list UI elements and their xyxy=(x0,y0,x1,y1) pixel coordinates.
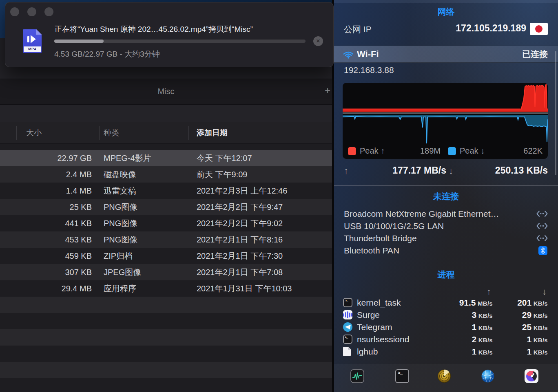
panel-app-dock: >_ xyxy=(334,364,558,392)
adapter-row[interactable]: Broadcom NetXtreme Gigabit Ethernet… xyxy=(334,208,558,220)
column-header-date-added[interactable]: 添加日期 xyxy=(197,122,228,143)
terminal-app-icon: >_ xyxy=(343,298,352,307)
network-traffic-graph: Peak ↑ 189M Peak ↓ 622K xyxy=(343,83,548,159)
public-ip-value: 172.105.219.189 xyxy=(456,23,526,34)
file-kind: ZIP归档 xyxy=(104,248,133,264)
file-size: 22.97 GB xyxy=(0,150,92,166)
file-size: 453 KB xyxy=(0,231,92,248)
section-divider xyxy=(334,185,558,186)
section-title-network: 网络 xyxy=(334,6,558,18)
wifi-row[interactable]: Wi-Fi 已连接 xyxy=(334,46,558,63)
local-ip-value: 192.168.3.88 xyxy=(344,65,394,75)
titlebar-divider xyxy=(322,82,322,101)
file-size: 307 KB xyxy=(0,264,92,280)
process-row[interactable]: >_ kernel_task 91.5 MB/s 201 KB/s xyxy=(334,297,558,309)
table-row[interactable]: 453 KB PNG图像 2021年2月1日 下午8:16 xyxy=(0,231,332,248)
finder-titlebar: Misc + xyxy=(0,79,332,105)
process-upload: 2 KB/s xyxy=(472,333,493,346)
terminal-icon[interactable]: >_ xyxy=(395,369,409,383)
column-header-kind[interactable]: 种类 xyxy=(104,122,119,143)
network-globe-icon[interactable] xyxy=(481,369,495,383)
process-name: nsurlsessiond xyxy=(357,333,409,346)
empty-row xyxy=(0,313,332,329)
column-header-size[interactable]: 大小 xyxy=(26,122,42,143)
section-title-disconnected: 未连接 xyxy=(334,191,558,202)
file-date: 2021年2月1日 下午7:08 xyxy=(197,264,283,280)
upload-column-header: ↑ xyxy=(487,286,491,297)
terminal-glyph: >_ xyxy=(345,335,348,339)
file-date: 2021年2月3日 上午12:46 xyxy=(197,183,287,199)
adapter-row[interactable]: Bluetooth PAN xyxy=(334,244,558,257)
file-size: 1.4 MB xyxy=(0,183,92,199)
empty-row xyxy=(0,378,332,392)
adapter-row[interactable]: USB 10/100/1G/2.5G LAN xyxy=(334,220,558,232)
terminal-glyph: >_ xyxy=(398,371,402,376)
adapter-row[interactable]: Thunderbolt Bridge xyxy=(334,232,558,244)
table-row[interactable]: 307 KB JPEG图像 2021年2月1日 下午7:08 xyxy=(0,264,332,280)
bluetooth-icon xyxy=(538,246,547,255)
list-inset xyxy=(0,144,332,150)
network-radar-icon[interactable] xyxy=(437,369,451,383)
graph-legend: Peak ↑ 189M Peak ↓ 622K xyxy=(343,146,548,156)
process-row[interactable]: Telegram 1 KB/s 25 KB/s xyxy=(334,321,558,333)
flag-circle xyxy=(535,25,542,33)
peak-upload-swatch xyxy=(348,147,356,155)
file-date: 今天 下午12:07 xyxy=(197,150,252,166)
list-column-headers: 大小 种类 添加日期 xyxy=(0,122,332,144)
file-kind: 迅雷文稿 xyxy=(104,183,136,199)
file-kind: PNG图像 xyxy=(104,231,137,248)
table-row[interactable]: 2.4 MB 磁盘映像 前天 下午9:09 xyxy=(0,166,332,183)
speedtest-icon[interactable] xyxy=(525,369,538,383)
column-divider[interactable] xyxy=(16,126,17,140)
section-title-processes: 进程 xyxy=(334,269,558,280)
file-kind: MPEG-4影片 xyxy=(104,150,151,166)
process-row[interactable]: lghub 1 KB/s 1 KB/s xyxy=(334,346,558,358)
file-date: 前天 下午9:09 xyxy=(197,166,247,183)
close-window-button[interactable] xyxy=(10,7,19,16)
process-upload: 91.5 MB/s xyxy=(459,297,493,310)
new-tab-button[interactable]: + xyxy=(325,85,330,96)
panel-scrollbar[interactable] xyxy=(555,51,556,175)
table-row[interactable]: 29.4 MB 应用程序 2021年1月31日 下午10:03 xyxy=(0,280,332,297)
file-size: 441 KB xyxy=(0,215,92,231)
minimize-window-button[interactable] xyxy=(27,7,36,16)
zoom-window-button[interactable] xyxy=(44,7,53,16)
peak-upload-value: 189M xyxy=(412,146,441,156)
telegram-app-icon xyxy=(343,322,352,332)
surge-app-icon xyxy=(343,310,352,319)
table-row[interactable]: 459 KB ZIP归档 2021年2月1日 下午7:30 xyxy=(0,248,332,264)
cancel-copy-button[interactable]: ✕ xyxy=(313,36,323,46)
table-row[interactable]: 1.4 MB 迅雷文稿 2021年2月3日 上午12:46 xyxy=(0,183,332,199)
process-download: 201 KB/s xyxy=(517,297,548,310)
download-column-header: ↓ xyxy=(542,286,547,297)
table-row[interactable]: 25 KB PNG图像 2021年2月2日 下午9:47 xyxy=(0,199,332,215)
process-name: Surge xyxy=(357,309,380,321)
window-title: Misc xyxy=(0,79,332,104)
adapter-name: USB 10/100/1G/2.5G LAN xyxy=(344,220,444,232)
empty-row xyxy=(0,346,332,362)
process-row[interactable]: Surge 3 KB/s 29 KB/s xyxy=(334,309,558,321)
process-row[interactable]: >_ nsurlsessiond 2 KB/s 1 KB/s xyxy=(334,333,558,346)
column-divider[interactable] xyxy=(99,126,100,140)
terminal-app-icon: >_ xyxy=(343,335,352,344)
file-date: 2021年2月1日 下午8:16 xyxy=(197,231,283,248)
adapter-name: Broadcom NetXtreme Gigabit Ethernet… xyxy=(344,208,499,220)
file-size: 25 KB xyxy=(0,199,92,215)
current-upload-speed: 177.17 MB/s xyxy=(359,165,446,176)
file-date: 2021年2月2日 下午9:47 xyxy=(197,199,283,215)
file-kind: PNG图像 xyxy=(104,215,137,231)
empty-row xyxy=(0,362,332,378)
table-row[interactable]: 441 KB PNG图像 2021年2月2日 下午9:02 xyxy=(0,215,332,231)
terminal-glyph: >_ xyxy=(345,299,348,302)
activity-monitor-icon[interactable] xyxy=(350,369,364,383)
screen: Misc + 大小 种类 添加日期 22.97 GB MPEG-4影片 今天 下… xyxy=(0,0,558,392)
process-download: 25 KB/s xyxy=(522,321,548,334)
peak-download-label: Peak ↓ xyxy=(460,146,485,156)
table-row[interactable]: 22.97 GB MPEG-4影片 今天 下午12:07 xyxy=(0,150,332,166)
copy-progress-dialog: MP4 正在将“Yuan Shen 原神 202…45.26.02.mp4”拷贝… xyxy=(5,2,334,67)
column-divider[interactable] xyxy=(188,126,189,140)
file-list: 22.97 GB MPEG-4影片 今天 下午12:07 2.4 MB 磁盘映像… xyxy=(0,144,332,392)
process-download: 29 KB/s xyxy=(522,309,548,322)
upload-arrow-icon: ↑ xyxy=(344,165,349,176)
copy-status-text: 4.53 GB/22.97 GB - 大约3分钟 xyxy=(54,49,160,59)
